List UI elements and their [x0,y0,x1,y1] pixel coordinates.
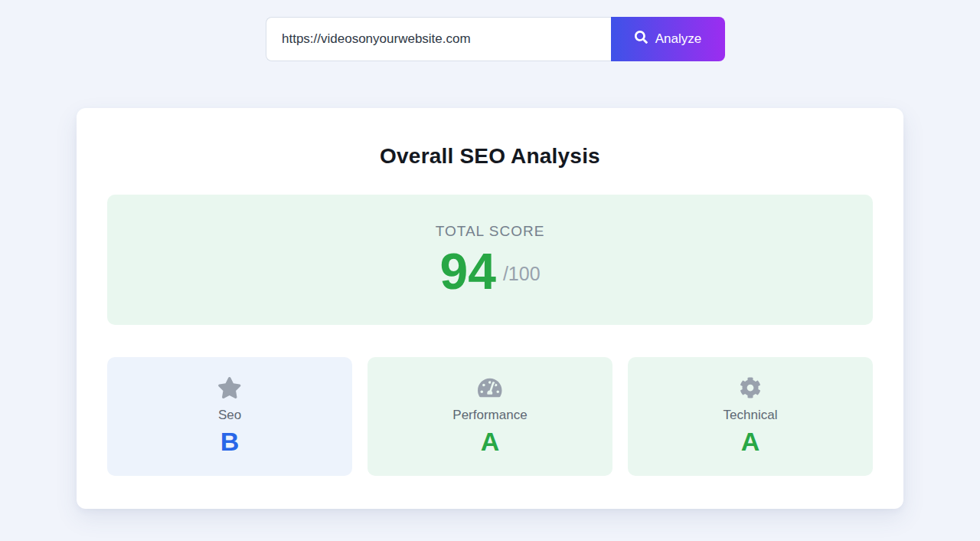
category-grade: B [220,428,240,456]
url-input[interactable] [266,17,611,61]
category-card-seo: Seo B [107,357,352,476]
url-analyze-bar: Analyze [266,17,725,61]
gear-icon [740,376,761,399]
category-label: Performance [452,408,527,423]
category-label: Seo [218,408,241,423]
search-icon [635,31,648,48]
total-score-value-row: 94 /100 [439,246,540,297]
analyze-button-label: Analyze [655,31,701,47]
total-score-value: 94 [439,246,495,297]
total-score-max: /100 [503,263,541,285]
category-label: Technical [724,408,778,423]
analyze-button[interactable]: Analyze [611,17,725,61]
category-card-technical: Technical A [628,357,873,476]
category-grade: A [741,428,760,456]
total-score-label: TOTAL SCORE [436,223,545,240]
category-card-performance: Performance A [368,357,612,476]
seo-analysis-card: Overall SEO Analysis TOTAL SCORE 94 /100… [77,108,903,509]
star-icon [217,376,242,399]
page-title: Overall SEO Analysis [107,144,873,169]
speedometer-icon [478,376,502,399]
category-grade: A [481,428,500,456]
category-cards-row: Seo B Performance A Technical A [107,357,873,476]
total-score-panel: TOTAL SCORE 94 /100 [107,195,873,325]
